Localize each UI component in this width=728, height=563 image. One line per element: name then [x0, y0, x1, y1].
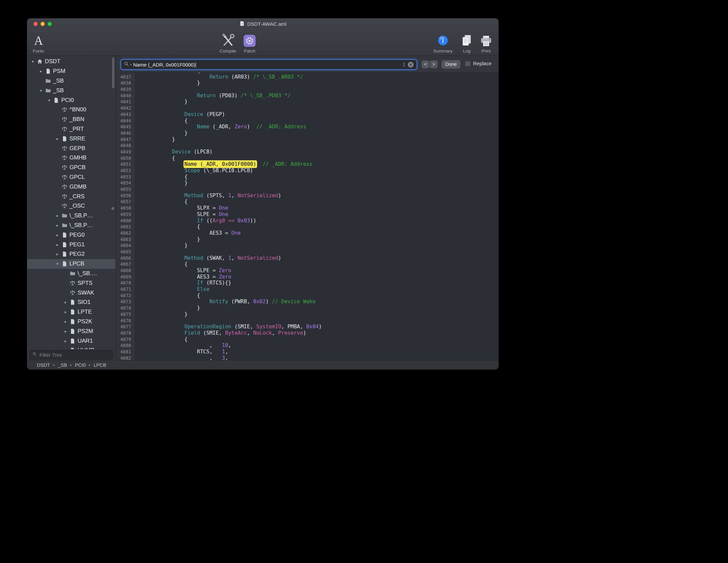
tree-item-bbn[interactable]: _BBN: [27, 115, 115, 124]
line-number: 4860: [116, 218, 134, 224]
log-button[interactable]: Log: [459, 30, 474, 53]
disclosure-triangle[interactable]: ▸: [55, 242, 61, 247]
tree-item-dsdt[interactable]: ▾DSDT: [27, 57, 115, 67]
code-token: }: [134, 80, 200, 86]
code-token: SLPE =: [134, 211, 219, 217]
tree-item-swak[interactable]: SWAK: [27, 288, 115, 298]
splitter-handle[interactable]: [111, 207, 114, 210]
tree-item-sbp[interactable]: ▸\_SB.P…: [27, 211, 115, 221]
line-number: 4855: [116, 186, 134, 193]
code-token: [134, 161, 184, 167]
tree-item-ps2k[interactable]: ▸PS2K: [27, 317, 115, 327]
disclosure-triangle[interactable]: ▸: [63, 310, 69, 314]
tree-item-sb[interactable]: \_SB.…: [27, 269, 115, 278]
code-line: , 3,: [134, 355, 498, 360]
code-line: Method (SPTS, 1, NotSerialized): [134, 193, 498, 199]
tree-item-sb[interactable]: ▾_SB: [27, 86, 115, 95]
tree-item-osc[interactable]: _OSC: [27, 201, 115, 211]
patch-button[interactable]: Patch: [241, 30, 258, 53]
search-input[interactable]: ▾ Name (_ADR, 0x001F0000) 1: [121, 60, 417, 70]
tree-item-ps2m[interactable]: ▸PS2M: [27, 326, 115, 336]
code-token: // Device Wake: [272, 299, 316, 305]
disclosure-triangle[interactable]: ▸: [55, 213, 61, 218]
tree-item-sbp[interactable]: ▸\_SB.P…: [27, 221, 115, 230]
close-button[interactable]: [33, 22, 38, 26]
tree-item-gepb[interactable]: GEPB: [27, 143, 115, 153]
minimize-button[interactable]: [40, 22, 45, 26]
tree-item-srre[interactable]: ▸SRRE: [27, 134, 115, 143]
find-previous-button[interactable]: <: [422, 61, 429, 68]
tree-item-label: _BBN: [70, 116, 84, 123]
tree-item-peg1[interactable]: ▸PEG1: [27, 240, 115, 249]
disclosure-triangle[interactable]: ▸: [55, 223, 61, 228]
code-line: {: [134, 261, 498, 267]
tree-item-sb[interactable]: _SB: [27, 76, 115, 86]
zoom-button[interactable]: [48, 22, 52, 26]
disclosure-triangle[interactable]: ▾: [46, 98, 52, 103]
code-line: SLPE = One: [134, 211, 498, 218]
code-token: )): [250, 218, 256, 224]
disclosure-triangle[interactable]: ▾: [38, 88, 44, 93]
tree-item-pci0[interactable]: ▾PCI0: [27, 95, 115, 105]
find-next-button[interactable]: >: [430, 61, 438, 68]
search-icon[interactable]: [124, 62, 129, 68]
code-line: SLPX = One: [134, 205, 498, 211]
line-number: 4845: [116, 124, 134, 130]
code-area[interactable]: { Return (AR03) /* \_SB_.AR03 */ } Retur…: [134, 73, 498, 360]
tree-item-humd[interactable]: ▸HUMD: [27, 346, 115, 349]
tree-item-psm[interactable]: ▸PSM: [27, 67, 115, 76]
breadcrumb-item-dsdt[interactable]: DSDT: [37, 362, 50, 368]
tree-item-uar1[interactable]: ▸UAR1: [27, 336, 115, 346]
tree-item-bn00[interactable]: ^BN00: [27, 105, 115, 115]
code-editor[interactable]: 4836483748384839484048414842484348444845…: [116, 73, 498, 360]
breadcrumb-item-sb[interactable]: _SB: [58, 362, 67, 368]
code-token: 1: [228, 193, 231, 199]
doc-icon: [69, 299, 77, 305]
code-token: OperationRegion: [184, 324, 231, 330]
sidebar-scrollbar[interactable]: [112, 58, 114, 88]
disclosure-triangle[interactable]: ▾: [30, 59, 36, 64]
tree-item-peg2[interactable]: ▸PEG2: [27, 249, 115, 259]
disclosure-triangle[interactable]: ▸: [38, 69, 44, 74]
breadcrumb-item-lpcb[interactable]: LPCB: [94, 362, 106, 368]
line-number: 4844: [116, 118, 134, 124]
tree-item-gmhb[interactable]: GMHB: [27, 153, 115, 163]
tree-item-sio1[interactable]: ▸SIO1: [27, 298, 115, 307]
sidebar: ▾DSDT▸PSM_SB▾_SB▾PCI0^BN00_BBN_PRT▸SRREG…: [27, 56, 116, 360]
folder-icon: [61, 222, 69, 228]
replace-checkbox[interactable]: [465, 61, 470, 66]
tree-item-gpcb[interactable]: GPCB: [27, 163, 115, 173]
disclosure-triangle[interactable]: ▸: [55, 252, 61, 256]
tree-item-crs[interactable]: _CRS: [27, 192, 115, 201]
disclosure-triangle[interactable]: ▸: [55, 136, 61, 141]
tree-item-spts[interactable]: SPTS: [27, 278, 115, 288]
disclosure-triangle[interactable]: ▸: [63, 319, 69, 324]
scale-icon: [61, 126, 69, 132]
line-number: 4840: [116, 93, 134, 99]
tree-item-lpcb[interactable]: ▾LPCB: [27, 259, 115, 269]
filter-field[interactable]: [29, 350, 113, 359]
line-number: 4859: [116, 211, 134, 218]
disclosure-triangle[interactable]: ▸: [63, 339, 69, 343]
filter-tree-input[interactable]: [39, 352, 110, 358]
tree-item-prt[interactable]: _PRT: [27, 124, 115, 134]
line-number: 4867: [116, 261, 134, 267]
code-line: [134, 105, 498, 111]
disclosure-triangle[interactable]: ▾: [55, 261, 61, 266]
window-header: DSDT-AWAC.aml A Fonts: [27, 18, 498, 56]
compile-button[interactable]: Compile: [216, 30, 239, 53]
tree-item-lpte[interactable]: ▸LPTE: [27, 307, 115, 317]
fonts-button[interactable]: A Fonts: [30, 30, 47, 53]
print-button[interactable]: Print: [478, 30, 494, 53]
done-button[interactable]: Done: [442, 60, 460, 69]
tree-item-gdmb[interactable]: GDMB: [27, 182, 115, 192]
summary-button[interactable]: i Summary: [431, 30, 455, 53]
tree-item-gpcl[interactable]: GPCL: [27, 173, 115, 182]
disclosure-triangle[interactable]: ▸: [63, 329, 69, 334]
tree-item-peg0[interactable]: ▸PEG0: [27, 230, 115, 240]
clear-search-button[interactable]: [408, 62, 414, 68]
breadcrumb-item-pci0[interactable]: PCI0: [75, 362, 86, 368]
disclosure-triangle[interactable]: ▸: [55, 233, 61, 237]
search-menu-chevron-icon[interactable]: ▾: [130, 63, 131, 66]
disclosure-triangle[interactable]: ▸: [63, 300, 69, 305]
